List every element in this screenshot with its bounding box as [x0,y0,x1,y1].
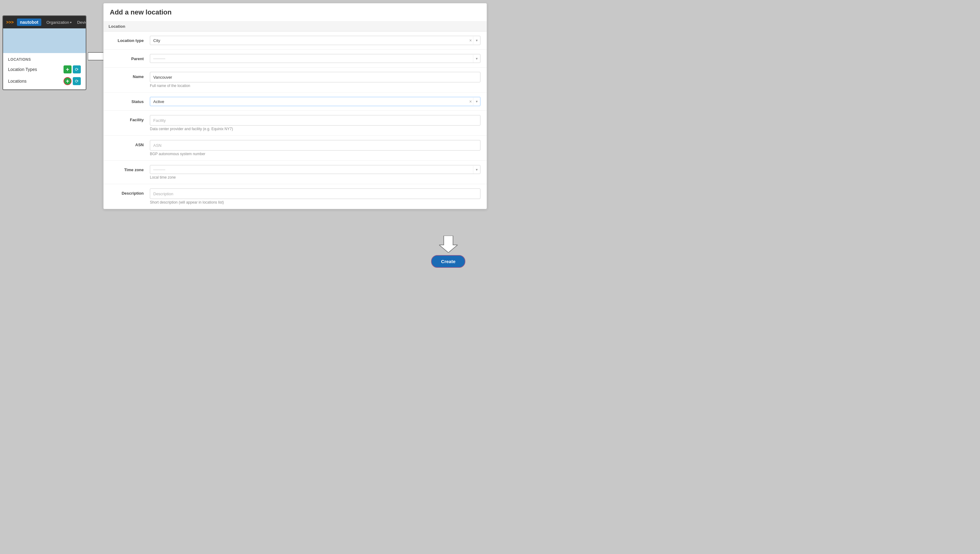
parent-row: Parent --------- ▾ [103,50,487,68]
location-type-select[interactable]: City × ▾ [150,36,480,45]
facility-row: Facility Data center provider and facili… [103,111,487,136]
timezone-field: --------- ▾ Local time zone [150,165,480,180]
dropdown-item-location-types[interactable]: Location Types + ⟳ [3,64,86,75]
form-body: Location type City × ▾ Parent --------- … [103,32,487,209]
location-type-clear-icon[interactable]: × [468,36,473,45]
nav-bar: >>> nautobot Organization ▾ Devices ▾ IP… [3,16,86,29]
asn-field: BGP autonomous system number [150,140,480,156]
form-section-header: Location [103,22,487,32]
location-type-label: Location type [110,36,150,43]
location-type-value: City [150,37,468,45]
status-row: Status Active × ▾ [103,92,487,111]
status-clear-icon[interactable]: × [468,97,473,106]
asn-input[interactable] [150,140,480,151]
add-location-form: Add a new location Location Location typ… [103,3,487,209]
description-row: Description Short description (will appe… [103,184,487,209]
create-button[interactable]: Create [431,255,465,268]
dropdown-label-location-types: Location Types [8,67,37,72]
form-title: Add a new location [103,3,487,22]
timezone-select[interactable]: --------- ▾ [150,165,480,174]
description-hint: Short description (will appear in locati… [150,200,480,204]
chevron-down-icon: ▾ [473,54,480,63]
bottom-section: Create [431,236,465,268]
facility-hint: Data center provider and facility (e.g. … [150,127,480,131]
add-location-type-button[interactable]: + [64,65,72,73]
parent-value: --------- [150,54,473,63]
location-types-actions: + ⟳ [64,65,81,73]
facility-field: Data center provider and facility (e.g. … [150,115,480,131]
timezone-row: Time zone --------- ▾ Local time zone [103,161,487,184]
sync-location-button[interactable]: ⟳ [73,77,81,85]
dropdown-header: Locations [3,56,86,64]
description-label: Description [110,188,150,196]
name-input[interactable] [150,72,480,82]
nav-menu: Organization ▾ Devices ▾ IPAM [45,19,86,26]
name-hint: Full name of the location [150,84,480,88]
parent-select[interactable]: --------- ▾ [150,54,480,63]
chevron-down-icon: ▾ [473,97,480,105]
nav-item-organization[interactable]: Organization ▾ [45,19,73,26]
description-field: Short description (will appear in locati… [150,188,480,204]
name-label: Name [110,72,150,79]
chevron-down-icon: ▾ [70,21,72,24]
parent-label: Parent [110,54,150,61]
dropdown-label-locations: Locations [8,79,27,84]
status-label: Status [110,97,150,104]
arrow-down-icon [439,236,458,253]
status-select[interactable]: Active × ▾ [150,97,480,106]
logo-text: nautobot [17,19,41,26]
parent-field: --------- ▾ [150,54,480,63]
left-nav-panel: >>> nautobot Organization ▾ Devices ▾ IP… [2,16,86,90]
logo-arrows-icon: >>> [6,20,14,25]
timezone-value: --------- [150,166,473,174]
facility-label: Facility [110,115,150,122]
timezone-hint: Local time zone [150,175,480,180]
add-location-button[interactable]: + [64,77,72,85]
sync-location-type-button[interactable]: ⟳ [73,65,81,73]
location-type-row: Location type City × ▾ [103,32,487,50]
dropdown-item-locations[interactable]: Locations + ⟳ [3,75,86,87]
location-type-field: City × ▾ [150,36,480,45]
chevron-down-icon: ▾ [473,37,480,45]
chevron-down-icon: ▾ [473,166,480,174]
nav-item-devices[interactable]: Devices ▾ [75,19,86,26]
asn-hint: BGP autonomous system number [150,152,480,156]
locations-actions: + ⟳ [64,77,81,85]
asn-row: ASN BGP autonomous system number [103,136,487,161]
nav-image-area [3,29,86,53]
status-field: Active × ▾ [150,97,480,106]
svg-marker-1 [439,236,458,253]
status-value: Active [150,97,468,106]
asn-label: ASN [110,140,150,147]
name-field: Full name of the location [150,72,480,88]
dropdown-panel: Locations Location Types + ⟳ Locations +… [3,53,86,89]
facility-input[interactable] [150,115,480,126]
description-input[interactable] [150,188,480,199]
timezone-label: Time zone [110,165,150,172]
name-row: Name Full name of the location [103,68,487,92]
